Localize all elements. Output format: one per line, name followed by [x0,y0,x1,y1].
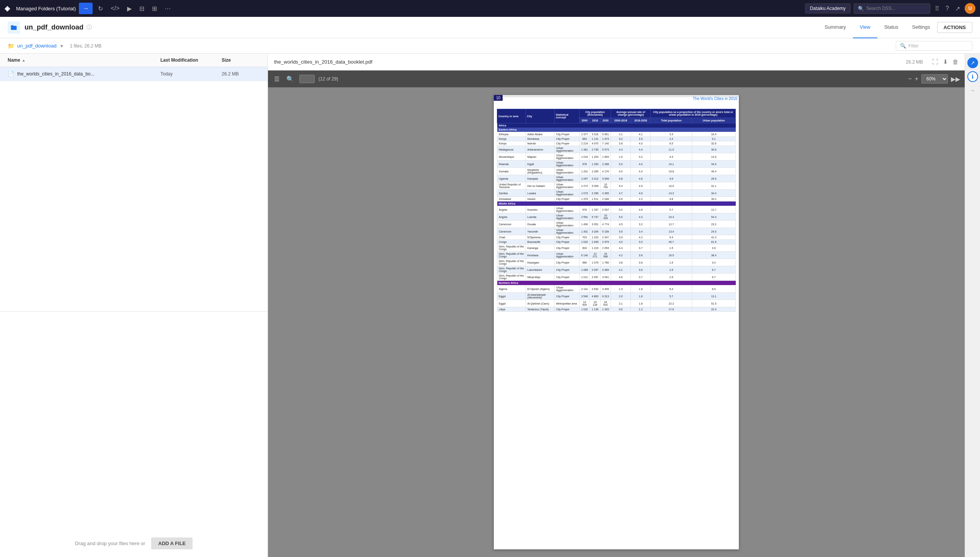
pdf-sidebar-toggle[interactable]: ☰ [273,74,281,84]
region-header-row: Africa [497,123,736,128]
pdf-filesize: 26.2 MB [906,59,923,65]
table-row: EthiopiaAddis AbabaCity Proper2 3773 316… [497,132,736,137]
nav-icon-more[interactable]: ⋯ [162,3,173,15]
pdf-zoom-in-icon[interactable]: + [915,75,918,82]
pdf-next-page-icon[interactable]: ▶▶ [951,75,960,83]
main-content: Name ▲ Last Modification Size 📄 the_worl… [0,54,980,557]
info-icon[interactable]: ⓘ [87,24,92,31]
right-sidebar: ↗ ℹ → [965,54,980,557]
table-row: Dem. Republic of the CongoKisanganiCity … [497,259,736,266]
pdf-filename: the_worlds_cities_in_2016_data_booklet.p… [274,59,903,65]
sub-nav: Summary View Status Settings [818,17,937,38]
col-header-concept: Statistical concept [554,109,579,123]
nav-status[interactable]: Status [877,17,905,38]
pdf-download-icon[interactable]: ⬇ [943,58,948,66]
nav-icon-deploy[interactable]: ⊟ [137,3,147,15]
sort-arrow-icon: ▲ [22,58,26,62]
table-row: CameroonDoualaUrban Agglomeration1 4903 … [497,221,736,228]
table-row: Dem. Republic of the CongoMbuji-MayiCity… [497,274,736,281]
file-row[interactable]: 📄 the_worlds_cities_in_2016_data_bo... T… [0,67,268,81]
table-row: CongoBrazzavilleCity Proper1 0221 9492 9… [497,240,736,244]
pdf-delete-icon[interactable]: 🗑 [952,59,959,66]
pdf-page-marker: 10 [494,95,503,101]
filter-icon: 🔍 [900,43,906,49]
table-row: EgyptAl-Iskandariyah (Alexandria)City Pr… [497,293,736,300]
col-sub-growth2: 2016-2030 [631,118,651,123]
col-sub-2000: 2000 [579,118,590,123]
pdf-zoom-select[interactable]: 60% 75% 100% 125% 150% [921,74,948,84]
nav-view[interactable]: View [853,17,877,38]
breadcrumb-count: 1 files, 26.2 MB [70,43,102,49]
table-row: AlgeriaEl Djazaïr (Algiers)Urban Agglome… [497,285,736,293]
pdf-expand-icon[interactable]: ⛶ [932,59,938,66]
pdf-page-title: The World's Cities in 2016 [693,97,737,101]
table-row: ChadN'DjamenaCity Proper7031 3102 3473.9… [497,235,736,240]
table-row: KenyaNairobiCity Proper2 2144 0707 1403.… [497,141,736,146]
file-modification-cell: Today [160,71,222,77]
search-input[interactable] [866,6,926,11]
search-icon: 🔍 [858,6,864,11]
pdf-page-input[interactable]: 10 [299,75,315,83]
nav-icon-code[interactable]: </> [108,3,122,14]
breadcrumb-path[interactable]: un_pdf_download [17,43,57,49]
page-title: un_pdf_download [24,23,83,31]
column-name-header: Name ▲ [8,57,160,63]
pdf-toolbar: ☰ 🔍 10 (12 of 29) − + 60% 75% 100% 125% … [268,70,965,87]
academy-button[interactable]: Dataiku Academy [805,3,851,13]
pdf-zoom-controls: − + 60% 75% 100% 125% 150% ▶▶ [908,74,960,84]
pdf-page-info: (12 of 29) [318,76,338,82]
col-header-growth: Average annual rate of change (percentag… [611,109,651,118]
add-file-button[interactable]: ADD A FILE [151,537,193,549]
table-row: SomaliaMuqdisho (Mogadishu)Urban Agglome… [497,168,736,175]
activity-icon[interactable]: ↗ [954,3,962,14]
actions-button[interactable]: ACTIONS [937,22,973,33]
table-row: United Republic of TanzaniaDar es Salaam… [497,182,736,190]
table-row: MadagascarAntananarivoUrban Agglomeratio… [497,146,736,153]
table-row: AngolaHuamboUrban Agglomeration5781 3372… [497,206,736,213]
pdf-page: 10 The World's Cities in 2016 Country or… [494,95,739,549]
file-name-cell: 📄 the_worlds_cities_in_2016_data_bo... [8,71,160,77]
sub-region-header-row: Middle Africa [497,202,736,206]
filter-input[interactable] [908,43,968,49]
sidebar-icon-info[interactable]: ℹ [967,71,978,82]
help-icon[interactable]: ? [944,3,951,13]
col-sub-2016: 2016 [590,118,600,123]
column-size-header: Size [222,57,260,63]
col-header-country: Country or area [497,109,526,123]
user-avatar[interactable]: U [965,3,975,14]
pdf-data-table: Country or area City Statistical concept… [497,109,736,312]
nav-icon-run[interactable]: ▶ [125,3,134,15]
sidebar-icon-arrow[interactable]: → [967,85,978,96]
breadcrumb-folder-icon: 📁 [8,43,14,49]
breadcrumb-dropdown-icon[interactable]: ▼ [60,44,64,48]
table-row: RwandaKigaliUrban Agglomeration5781 2932… [497,161,736,168]
pdf-zoom-out-icon[interactable]: − [908,75,911,82]
breadcrumb-bar: 📁 un_pdf_download ▼ 1 files, 26.2 MB 🔍 [0,38,980,54]
pdf-search-icon[interactable]: 🔍 [285,74,296,84]
file-size-cell: 26.2 MB [222,71,260,77]
table-row: UgandaKampalaUrban Agglomeration1 0972 0… [497,175,736,182]
col-sub-urban: Urban population [692,118,736,123]
pdf-panel: the_worlds_cities_in_2016_data_booklet.p… [268,54,965,557]
table-row: KenyaMombasaCity Proper6831 1411 9733.23… [497,137,736,141]
search-bar[interactable]: 🔍 [854,3,930,14]
nav-icon-refresh[interactable]: ↻ [96,3,105,15]
sub-header: un_pdf_download ⓘ Summary View Status Se… [0,17,980,38]
table-row: Dem. Republic of the CongoKinshasaUrban … [497,252,736,259]
folder-icon [8,21,20,34]
column-modification-header: Last Modification [160,57,222,63]
nav-summary[interactable]: Summary [818,17,853,38]
file-type-icon: 📄 [8,71,14,77]
apps-icon[interactable]: ⠿ [933,3,941,14]
sidebar-icon-upload[interactable]: ↗ [967,57,978,68]
filter-bar[interactable]: 🔍 [896,41,972,51]
pdf-content: 10 The World's Cities in 2016 Country or… [268,87,965,557]
nav-settings[interactable]: Settings [905,17,937,38]
col-sub-2030: 2030 [600,118,611,123]
file-table-header: Name ▲ Last Modification Size [0,54,268,67]
table-row: CameroonYaoundéUrban Agglomeration1 3513… [497,228,736,235]
app-title: Managed Folders (Tutorial) [16,6,76,11]
nav-icon-grid[interactable]: ⊞ [150,3,159,15]
pdf-table-wrapper: Country or area City Statistical concept… [494,97,739,315]
nav-icon-flow[interactable]: → [79,3,93,14]
